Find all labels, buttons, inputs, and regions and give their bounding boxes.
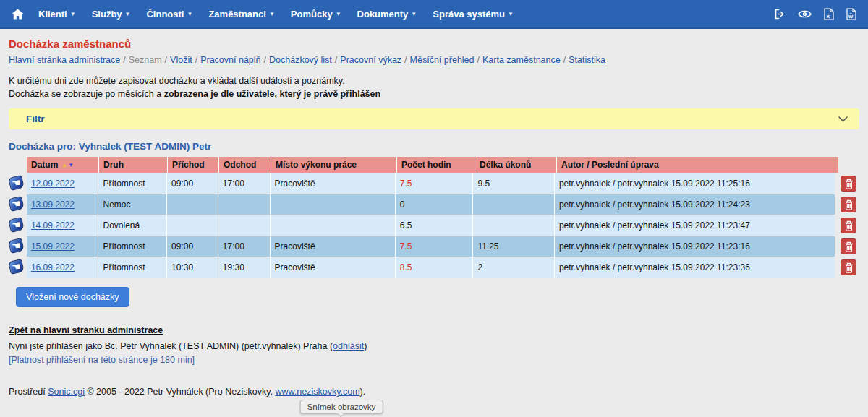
table-header-row: Datum▲▼DruhPříchodOdchodMísto výkonu prá… (9, 157, 859, 173)
nav-item-klienti[interactable]: Klienti▼ (38, 9, 76, 20)
cell-delka-ukonu (473, 215, 555, 236)
chevron-down-icon: ▼ (269, 11, 275, 17)
chevron-down-icon: ▼ (336, 11, 341, 17)
cell-pocet-hodin: 7.5 (396, 236, 474, 257)
cell-pocet-hodin: 6.5 (396, 215, 474, 236)
nav-item-label: Pomůcky (291, 9, 333, 20)
nav-item-pomucky[interactable]: Pomůcky▼ (291, 9, 341, 20)
delete-row-button[interactable] (841, 259, 856, 275)
cell-misto: Pracoviště (271, 257, 396, 278)
row-icon-cell: ☚ (9, 236, 27, 257)
nav-item-sluzby[interactable]: Služby▼ (92, 9, 131, 20)
sort-asc-icon[interactable]: ▲ (61, 162, 67, 168)
copyright-mid: © 2005 - 2022 Petr Vyhnálek (Pro Nezisko… (85, 387, 276, 397)
word-export-icon[interactable]: w̄ (846, 8, 856, 20)
hand-pointer-icon: ☚ (11, 218, 22, 232)
table-row: ☚ 16.09.2022 Přítomnost 10:30 19:30 Prac… (9, 257, 859, 278)
nav-item-dokumenty[interactable]: Dokumenty▼ (357, 9, 417, 20)
breadcrumb-link-statistika[interactable]: Statistika (569, 55, 605, 65)
cell-datum: 16.09.2022 (27, 257, 99, 278)
column-header-label: Délka úkonů (480, 160, 531, 170)
cell-autor: petr.vyhnalek / petr.vyhnalek 15.09.2022… (555, 194, 835, 215)
cell-prichod: 09:00 (167, 173, 218, 194)
home-button[interactable] (12, 9, 24, 20)
cell-datum: 13.09.2022 (27, 194, 99, 215)
trash-cell (838, 173, 859, 194)
logout-link[interactable]: odhlásit (333, 341, 364, 351)
trash-cell (838, 236, 859, 257)
hand-pointer-icon: ☚ (11, 238, 22, 253)
sort-desc-icon[interactable]: ▼ (68, 162, 74, 168)
breadcrumb-separator: / (195, 55, 197, 65)
trash-cell (838, 257, 859, 278)
date-link[interactable]: 14.09.2022 (31, 220, 75, 231)
column-header-label: Datum (31, 160, 58, 170)
detail-book-hand-icon[interactable]: ☚ (9, 218, 25, 233)
neziskovky-link[interactable]: www.neziskovky.com (275, 387, 359, 397)
breadcrumb-link-hlavni-stranka-administrace[interactable]: Hlavní stránka administrace (9, 55, 120, 65)
filter-panel-header[interactable]: Filtr (9, 108, 859, 129)
date-link[interactable]: 12.09.2022 (31, 179, 75, 189)
delete-row-button[interactable] (841, 197, 856, 212)
copyright-prefix: Prostředí (9, 387, 48, 397)
login-status-line: Nyní jste přihlášen jako Bc. Petr Vyhnal… (9, 340, 859, 353)
table-row: ☚ 15.09.2022 Přítomnost 09:00 17:00 Prac… (9, 236, 859, 257)
table-row: ☚ 12.09.2022 Přítomnost 09:00 17:00 Prac… (9, 173, 859, 194)
nav-item-zamestnanci[interactable]: Zaměstnanci▼ (208, 9, 274, 20)
detail-book-hand-icon[interactable]: ☚ (9, 259, 25, 275)
date-link[interactable]: 13.09.2022 (31, 199, 75, 210)
delete-row-button[interactable] (841, 176, 856, 192)
detail-book-hand-icon[interactable]: ☚ (9, 238, 25, 254)
breadcrumb-separator: / (404, 55, 407, 65)
nav-item-sprava-systemu[interactable]: Správa systému▼ (433, 9, 514, 20)
nav-item-cinnosti[interactable]: Činnosti▼ (146, 9, 192, 20)
column-header-label: Příchod (172, 160, 205, 170)
breadcrumb-link-mesicni-prehled[interactable]: Měsíční přehled (410, 55, 475, 65)
column-header-label: Místo výkonu práce (276, 160, 357, 170)
svg-text:x̄: x̄ (827, 12, 830, 19)
cell-odchod: 19:30 (218, 257, 271, 278)
breadcrumb-link-pracovni-napln[interactable]: Pracovní náplň (200, 55, 260, 65)
sonic-cgi-link[interactable]: Sonic.cgi (48, 387, 85, 397)
trash-icon (844, 262, 854, 273)
breadcrumb-link-vlozit[interactable]: Vložit (170, 55, 192, 65)
chevron-down-icon: ▼ (508, 11, 514, 17)
delete-row-button[interactable] (841, 238, 856, 254)
cell-druh: Dovolená (98, 215, 167, 236)
trash-cell (838, 194, 859, 215)
section-heading: Docházka pro: Vyhnalek (TEST ADMIN) Petr (9, 141, 859, 152)
breadcrumb-current-seznam: Seznam (129, 55, 162, 65)
breadcrumb-separator: / (563, 55, 566, 65)
breadcrumb-link-pracovni-vykaz[interactable]: Pracovní výkaz (340, 55, 401, 65)
logout-icon[interactable] (773, 8, 786, 20)
cell-delka-ukonu (473, 194, 555, 215)
chevron-down-icon: ▼ (411, 11, 417, 17)
column-header-datum[interactable]: Datum▲▼ (27, 157, 99, 173)
column-header-label: Druh (103, 160, 124, 170)
row-icon-cell: ☚ (9, 215, 27, 236)
column-header-delka: Délka úkonů (475, 157, 557, 173)
cell-datum: 12.09.2022 (27, 173, 99, 194)
nav-item-label: Dokumenty (357, 9, 409, 20)
date-link[interactable]: 15.09.2022 (31, 241, 75, 252)
breadcrumb-link-dochazkovy-list[interactable]: Docházkový list (269, 55, 332, 65)
cell-misto: Pracoviště (271, 236, 396, 257)
date-link[interactable]: 16.09.2022 (31, 262, 75, 272)
back-to-admin-link[interactable]: Zpět na hlavní stránku administrace (9, 324, 163, 337)
delete-row-button[interactable] (841, 218, 856, 233)
eye-icon[interactable] (798, 9, 812, 19)
cell-prichod (167, 194, 218, 215)
breadcrumb-link-karta-zamestnance[interactable]: Karta zaměstnance (482, 55, 561, 65)
chevron-down-icon: ▼ (70, 11, 76, 17)
detail-book-hand-icon[interactable]: ☚ (9, 176, 25, 192)
detail-book-hand-icon[interactable]: ☚ (9, 197, 25, 212)
login-status-suffix: ) (364, 341, 367, 351)
intro-line-1: K určitému dni zde můžete zapisovat doch… (9, 74, 859, 87)
trash-icon (844, 241, 854, 252)
excel-export-icon[interactable]: x̄ (824, 8, 834, 20)
row-icon-cell: ☚ (9, 257, 27, 278)
cell-misto (271, 194, 396, 215)
cell-druh: Nemoc (98, 194, 167, 215)
chevron-down-icon[interactable] (838, 116, 848, 122)
new-attendance-button[interactable]: Vložení nové docházky (16, 287, 129, 307)
